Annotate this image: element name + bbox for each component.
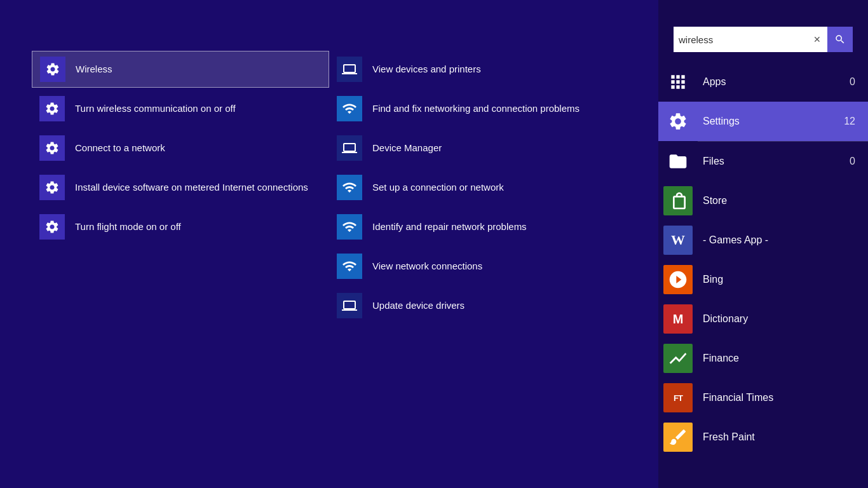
result-label-view-devices: View devices and printers [372, 63, 481, 76]
device-icon-device-manager [337, 135, 362, 161]
network-icon-view-connections [337, 254, 362, 279]
left-result-item-flight-mode[interactable]: Turn flight mode on or off [32, 208, 329, 245]
right-result-item-update-drivers[interactable]: Update device drivers [329, 287, 627, 324]
search-sidebar: ✕ Apps 0 Settings 12 Files 0 Store W - G… [658, 0, 868, 488]
category-item-apps[interactable]: Apps 0 [658, 62, 868, 102]
right-result-item-set-up-connection[interactable]: Set up a connection or network [329, 169, 627, 206]
gear-icon-flight-mode [39, 214, 65, 240]
search-input-row: ✕ [674, 27, 853, 52]
app-item-fresh-paint[interactable]: Fresh Paint [658, 417, 868, 457]
right-result-item-view-devices[interactable]: View devices and printers [329, 51, 627, 88]
right-result-item-device-manager[interactable]: Device Manager [329, 130, 627, 166]
result-label-find-fix: Find and fix networking and connection p… [372, 102, 580, 115]
app-name-games: - Games App - [698, 234, 868, 246]
result-label-view-connections: View network connections [372, 260, 482, 273]
app-item-financial-times[interactable]: FT Financial Times [658, 378, 868, 417]
result-label-device-manager: Device Manager [372, 142, 442, 154]
results-area: Wireless Turn wireless communication on … [32, 51, 627, 324]
gear-icon-install-device [39, 175, 65, 200]
search-go-button[interactable] [827, 27, 853, 52]
category-count-apps: 0 [850, 76, 868, 88]
gear-icon-turn-wireless [39, 96, 65, 121]
result-label-flight-mode: Turn flight mode on or off [75, 220, 181, 233]
left-result-item-turn-wireless[interactable]: Turn wireless communication on or off [32, 90, 329, 127]
category-count-files: 0 [850, 156, 868, 167]
app-name-finance: Finance [698, 353, 868, 364]
dictionary-app-icon: M [658, 299, 698, 339]
settings-category-icon [658, 102, 698, 141]
result-label-turn-wireless: Turn wireless communication on or off [75, 102, 236, 115]
app-name-dictionary: Dictionary [698, 313, 868, 325]
app-item-finance[interactable]: Finance [658, 339, 868, 378]
category-item-files[interactable]: Files 0 [658, 142, 868, 181]
category-count-settings: 12 [844, 116, 868, 127]
left-result-item-connect-network[interactable]: Connect to a network [32, 130, 329, 166]
main-content: Wireless Turn wireless communication on … [0, 0, 658, 488]
app-name-financial-times: Financial Times [698, 392, 868, 403]
category-name-settings: Settings [698, 116, 844, 127]
app-name-fresh-paint: Fresh Paint [698, 431, 868, 443]
app-name-bing: Bing [698, 274, 868, 285]
bing-app-icon [658, 260, 698, 299]
result-label-install-device: Install device software on metered Inter… [75, 181, 308, 194]
category-item-settings[interactable]: Settings 12 [658, 102, 868, 141]
search-input[interactable] [674, 27, 807, 52]
result-label-wireless: Wireless [76, 63, 112, 76]
right-result-item-identify-repair[interactable]: Identify and repair network problems [329, 208, 627, 245]
network-icon-identify-repair [337, 214, 362, 240]
app-item-dictionary[interactable]: M Dictionary [658, 299, 868, 339]
result-label-set-up-connection: Set up a connection or network [372, 181, 504, 194]
network-icon-find-fix [337, 96, 362, 121]
network-icon-set-up-connection [337, 175, 362, 200]
result-label-identify-repair: Identify and repair network problems [372, 220, 527, 233]
category-list: Apps 0 Settings 12 Files 0 Store W - Gam… [658, 62, 868, 488]
apps-category-icon [658, 62, 698, 102]
search-header: ✕ [658, 0, 868, 62]
left-results-column: Wireless Turn wireless communication on … [32, 51, 329, 324]
app-item-bing[interactable]: Bing [658, 260, 868, 299]
result-label-connect-network: Connect to a network [75, 142, 165, 154]
app-item-store[interactable]: Store [658, 181, 868, 220]
app-item-games[interactable]: W - Games App - [658, 220, 868, 260]
device-icon-update-drivers [337, 293, 362, 318]
result-label-update-drivers: Update device drivers [372, 299, 465, 312]
games-app-icon: W [658, 220, 698, 260]
app-name-store: Store [698, 195, 868, 207]
financial-times-app-icon: FT [658, 378, 698, 417]
category-name-files: Files [698, 156, 850, 167]
files-category-icon [658, 142, 698, 181]
right-result-item-view-connections[interactable]: View network connections [329, 248, 627, 285]
store-app-icon [658, 181, 698, 220]
gear-icon-wireless [40, 57, 65, 82]
right-results-column: View devices and printers Find and fix n… [329, 51, 627, 324]
left-result-item-wireless[interactable]: Wireless [32, 51, 329, 88]
device-icon-view-devices [337, 57, 362, 82]
gear-icon-connect-network [39, 135, 65, 161]
right-result-item-find-fix[interactable]: Find and fix networking and connection p… [329, 90, 627, 127]
left-result-item-install-device[interactable]: Install device software on metered Inter… [32, 169, 329, 206]
category-name-apps: Apps [698, 76, 850, 88]
finance-app-icon [658, 339, 698, 378]
fresh-paint-app-icon [658, 417, 698, 457]
search-clear-button[interactable]: ✕ [807, 27, 827, 52]
